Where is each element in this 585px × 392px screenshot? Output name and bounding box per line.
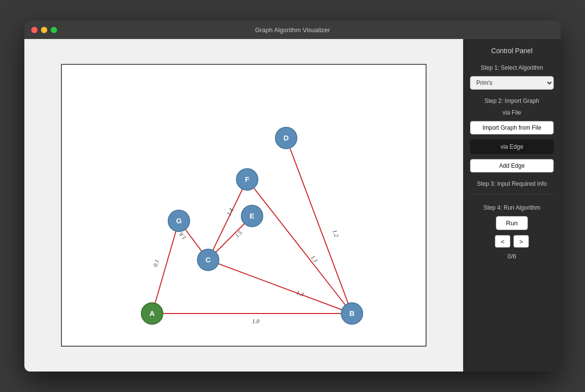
graph-svg: 1.00.11.61.41.51.31.21.1ABCDEFG: [62, 65, 426, 346]
svg-text:A: A: [150, 309, 155, 317]
via-file-label: via File: [470, 109, 554, 116]
svg-line-12: [286, 138, 352, 314]
step2-label: Step 2: Import Graph: [470, 98, 554, 104]
cp-title: Control Panel: [470, 47, 554, 55]
traffic-lights: [31, 27, 57, 33]
algorithm-select[interactable]: Prim'sKruskal'sDijkstra'sBFSDFS: [470, 76, 554, 90]
window-title: Graph Algorithm Visualizer: [255, 26, 330, 34]
svg-text:1.3: 1.3: [295, 289, 305, 298]
next-button[interactable]: >: [513, 235, 529, 248]
via-edge-section: via Edge: [470, 139, 554, 154]
step1-label: Step 1: Select Algorithm: [470, 64, 554, 71]
app-window: Graph Algorithm Visualizer 1.00.11.61.41…: [24, 20, 561, 372]
graph-canvas: 1.00.11.61.41.51.31.21.1ABCDEFG: [61, 64, 427, 347]
run-button[interactable]: Run: [496, 216, 528, 230]
svg-text:1.6: 1.6: [177, 231, 187, 241]
svg-text:1.1: 1.1: [310, 254, 319, 264]
svg-text:1.0: 1.0: [252, 318, 259, 325]
step4-label: Step 4: Run Algorithm: [470, 204, 554, 211]
add-edge-button[interactable]: Add Edge: [470, 159, 554, 173]
svg-text:D: D: [284, 134, 289, 142]
svg-text:G: G: [176, 216, 182, 225]
svg-text:B: B: [350, 309, 355, 317]
svg-text:F: F: [245, 175, 249, 183]
title-bar: Graph Algorithm Visualizer: [24, 20, 561, 39]
graph-area: 1.00.11.61.41.51.31.21.1ABCDEFG: [24, 39, 463, 372]
window-content: 1.00.11.61.41.51.31.21.1ABCDEFG Control …: [24, 39, 561, 372]
import-graph-button[interactable]: Import Graph from File: [470, 121, 554, 135]
svg-text:1.2: 1.2: [331, 229, 340, 238]
svg-text:1.5: 1.5: [234, 229, 244, 239]
via-edge-label: via Edge: [475, 143, 549, 150]
close-button[interactable]: [31, 27, 38, 33]
svg-line-6: [208, 179, 247, 260]
nav-row: < >: [470, 235, 554, 248]
minimize-button[interactable]: [41, 27, 47, 33]
control-panel: Control Panel Step 1: Select Algorithm P…: [463, 39, 561, 372]
svg-text:E: E: [250, 212, 254, 220]
counter: 0/6: [470, 253, 554, 260]
svg-text:0.1: 0.1: [152, 259, 160, 268]
prev-button[interactable]: <: [495, 235, 510, 248]
svg-text:C: C: [206, 255, 211, 264]
separator: [470, 194, 554, 195]
step3-label: Step 3: Input Required Info: [470, 180, 554, 187]
maximize-button[interactable]: [51, 27, 57, 33]
